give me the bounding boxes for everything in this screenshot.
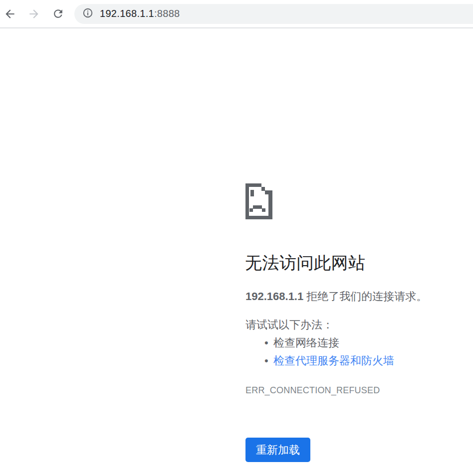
url-host: 192.168.1.1	[100, 8, 154, 19]
error-title: 无法访问此网站	[245, 253, 366, 273]
refresh-icon	[52, 7, 64, 20]
suggestions-header: 请试试以下办法：	[245, 317, 333, 332]
proxy-firewall-link[interactable]: 检查代理服务器和防火墙	[273, 354, 394, 367]
error-message: 192.168.1.1 拒绝了我们的连接请求。	[245, 290, 427, 304]
back-arrow-icon	[3, 7, 16, 20]
error-host: 192.168.1.1	[245, 290, 303, 303]
suggestion-item-network: 检查网络连接	[273, 334, 394, 352]
forward-arrow-icon	[27, 7, 40, 20]
browser-toolbar: 192.168.1.1:8888	[0, 0, 473, 28]
site-info-icon[interactable]	[82, 7, 93, 20]
error-message-rest: 拒绝了我们的连接请求。	[303, 290, 427, 303]
reload-button[interactable]: 重新加载	[245, 438, 310, 462]
back-button[interactable]	[0, 4, 20, 24]
reload-toolbar-button[interactable]	[48, 4, 68, 24]
address-bar[interactable]: 192.168.1.1:8888	[74, 4, 473, 24]
suggestion-label: 检查网络连接	[273, 336, 339, 349]
sad-file-icon	[245, 183, 272, 221]
url-text: 192.168.1.1:8888	[100, 8, 180, 19]
suggestion-item-proxy: 检查代理服务器和防火墙	[273, 352, 394, 370]
url-port: :8888	[154, 8, 180, 19]
suggestions-list: 检查网络连接 检查代理服务器和防火墙	[245, 334, 394, 370]
forward-button[interactable]	[24, 4, 44, 24]
error-code: ERR_CONNECTION_REFUSED	[245, 385, 380, 396]
